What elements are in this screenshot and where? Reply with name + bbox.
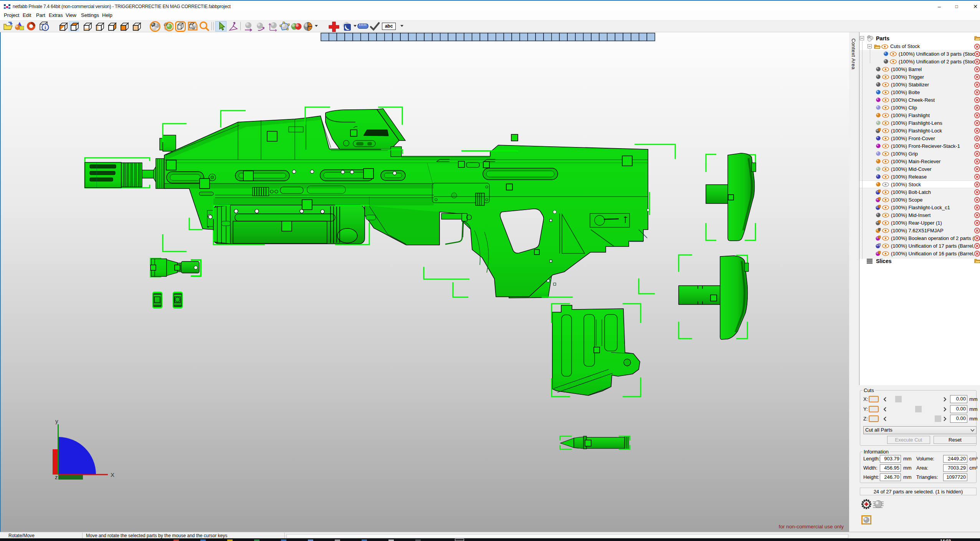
svg-text:X: X [111, 472, 114, 478]
svg-text:y: y [55, 418, 58, 424]
svg-text:z: z [55, 474, 58, 480]
